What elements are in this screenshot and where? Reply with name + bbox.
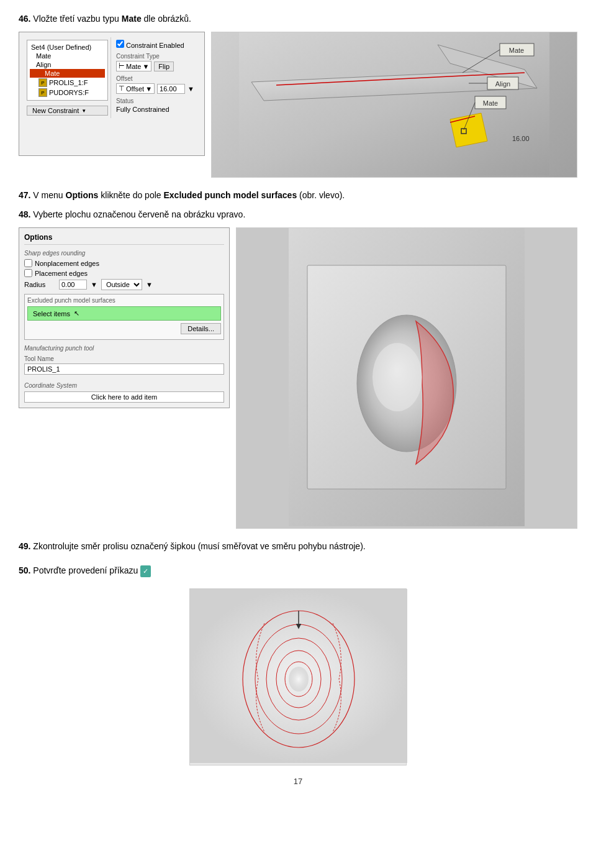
coord-section: Coordinate System Click here to add item <box>24 382 224 403</box>
svg-point-27 <box>289 667 309 692</box>
click-add-item-button[interactable]: Click here to add item <box>24 391 224 403</box>
3d-view-middle <box>236 227 577 529</box>
3d-view-middle-svg <box>237 228 577 526</box>
manufacturing-label: Manufacturing punch tool <box>24 345 224 352</box>
nonplacement-edges-label: Nonplacement edges <box>35 260 99 267</box>
radius-input[interactable] <box>59 280 87 290</box>
section-47-48: 47. V menu Options klikněte do pole Excl… <box>19 189 577 529</box>
section-49-title: 49. Zkontrolujte směr prolisu označený š… <box>19 540 577 553</box>
radius-dropdown-icon: ▼ <box>91 281 97 288</box>
svg-text:Align: Align <box>495 80 510 88</box>
tree-panel: Set4 (User Defined) Mate Align → Mate <box>27 40 108 101</box>
pudorys-icon: P <box>38 88 47 97</box>
3d-view-top: Mate Align Mate 16.00 <box>211 32 577 178</box>
constraint-enabled-checkbox[interactable] <box>116 40 124 48</box>
offset-label: Offset <box>116 75 194 82</box>
tree-item-mate-selected[interactable]: → Mate <box>30 69 105 78</box>
svg-text:Mate: Mate <box>509 47 524 54</box>
section-46: 46. Vložte třetí vazbu typu Mate dle obr… <box>19 12 577 178</box>
constraint-enabled-row: Constraint Enabled <box>116 40 194 49</box>
offset-icon: ⊤ <box>119 85 125 93</box>
dialog-box: Set4 (User Defined) Mate Align → Mate <box>24 37 199 118</box>
tool-name-label: Tool Name <box>24 355 224 362</box>
offset-unit-dropdown-icon: ▼ <box>187 85 194 93</box>
excluded-section: Excluded punch model surfaces Select ite… <box>24 294 224 340</box>
tree-item-set4: Set4 (User Defined) <box>30 43 105 52</box>
constraint-type-label: Constraint Type <box>116 53 194 60</box>
status-value: Fully Constrained <box>116 106 194 113</box>
arrow-icon: → <box>36 70 43 77</box>
offset-type-select[interactable]: ⊤ Offset ▼ <box>116 83 155 94</box>
select-dropdown-icon: ▼ <box>142 63 149 70</box>
outside-dropdown-icon: ▼ <box>146 281 153 288</box>
tree-item-mate[interactable]: Mate <box>30 52 105 60</box>
constraint-type-row: ⊢ Mate ▼ Flip <box>116 61 194 71</box>
section-50: 50. Potvrďte provedení příkazu ✓ <box>19 564 577 577</box>
section-50-title: 50. Potvrďte provedení příkazu ✓ <box>19 564 577 577</box>
nonplacement-edges-row: Nonplacement edges <box>24 259 224 267</box>
top-content: Set4 (User Defined) Mate Align → Mate <box>19 32 577 178</box>
constraint-type-select[interactable]: ⊢ Mate ▼ <box>116 61 151 71</box>
middle-content: Options Sharp edges rounding Nonplacemen… <box>19 227 577 529</box>
section-46-title: 46. Vložte třetí vazbu typu Mate dle obr… <box>19 12 577 25</box>
details-button[interactable]: Details... <box>181 323 221 334</box>
mate-type-icon: ⊢ <box>119 62 125 70</box>
svg-text:16.00: 16.00 <box>512 135 530 142</box>
select-items-button[interactable]: Select items ↖ <box>27 306 221 321</box>
nonplacement-edges-checkbox[interactable] <box>24 259 32 267</box>
tree-item-prolis[interactable]: P PROLIS_1:F <box>30 78 105 88</box>
offset-dropdown-icon: ▼ <box>145 85 152 93</box>
section-49: 49. Zkontrolujte směr prolisu označený š… <box>19 540 577 553</box>
dialog-right-panel: Constraint Enabled Constraint Type ⊢ Mat… <box>111 37 199 118</box>
mate-label: Mate <box>45 70 60 77</box>
radius-label: Radius <box>24 281 55 288</box>
section-47-title: 47. V menu Options klikněte do pole Excl… <box>19 189 577 202</box>
manufacturing-section: Manufacturing punch tool Tool Name <box>24 345 224 378</box>
status-label: Status <box>116 98 194 104</box>
outside-select[interactable]: Outside <box>101 279 142 290</box>
dropdown-arrow-icon: ▼ <box>81 108 86 114</box>
placement-edges-row: Placement edges <box>24 269 224 277</box>
radius-row: Radius ▼ Outside ▼ <box>24 279 224 290</box>
confirm-icon: ✓ <box>140 565 151 577</box>
section-48-title: 48. Vyberte plochu označenou červeně na … <box>19 208 577 221</box>
tree-item-align[interactable]: Align <box>30 60 105 69</box>
placement-edges-checkbox[interactable] <box>24 269 32 277</box>
cursor-icon: ↖ <box>74 309 79 318</box>
offset-value-field[interactable]: 16.00 <box>157 84 185 94</box>
options-dialog: Options Sharp edges rounding Nonplacemen… <box>19 227 230 408</box>
placement-edges-label: Placement edges <box>35 270 88 277</box>
sharp-edges-label: Sharp edges rounding <box>24 250 224 257</box>
coord-label: Coordinate System <box>24 382 224 389</box>
3d-view-bottom-svg <box>190 589 407 763</box>
options-dialog-title: Options <box>24 233 224 245</box>
svg-point-20 <box>372 343 422 411</box>
tool-name-input[interactable] <box>24 363 224 375</box>
tree-item-pudorys[interactable]: P PUDORYS:F <box>30 88 105 98</box>
3d-view-top-svg: Mate Align Mate 16.00 <box>212 32 577 175</box>
svg-text:Mate: Mate <box>483 99 498 107</box>
flip-button[interactable]: Flip <box>154 62 174 71</box>
prolis-icon: P <box>38 78 47 87</box>
constraint-enabled-label: Constraint Enabled <box>126 42 184 49</box>
new-constraint-button[interactable]: New Constraint ▼ <box>27 106 108 116</box>
dialog-left-panel: Set4 (User Defined) Mate Align → Mate <box>24 37 111 118</box>
page-number: 17 <box>19 777 577 786</box>
constraint-dialog: Set4 (User Defined) Mate Align → Mate <box>19 32 205 156</box>
offset-row: ⊤ Offset ▼ 16.00 ▼ <box>116 83 194 94</box>
3d-view-bottom <box>189 588 407 765</box>
excluded-label: Excluded punch model surfaces <box>27 297 221 304</box>
bottom-content <box>19 588 577 765</box>
